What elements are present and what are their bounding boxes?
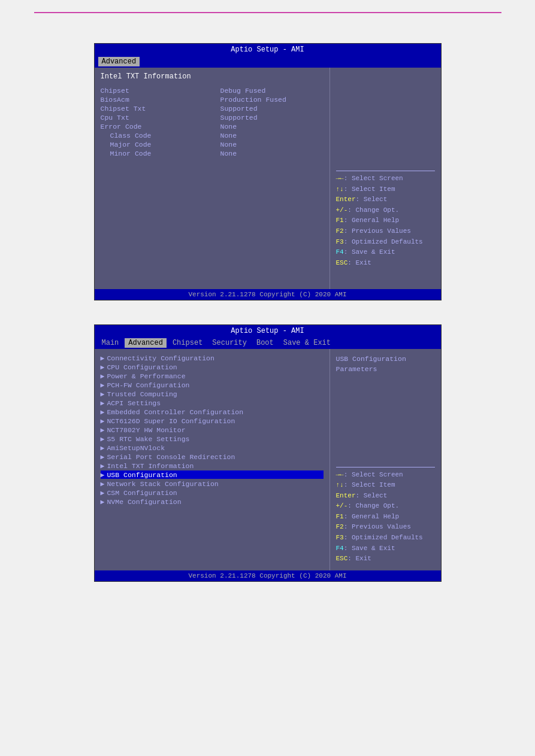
bios-row-biosacm: BiosAcm Production Fused xyxy=(101,96,324,104)
bios-row-class-code: Class Code None xyxy=(101,132,324,139)
label-nct6126d: NCT6126D Super IO Configuration xyxy=(107,417,235,425)
label-major-code: Major Code xyxy=(101,141,220,148)
top-decorative-line xyxy=(34,12,501,13)
label-nvme: NVMe Configuration xyxy=(107,498,181,506)
bios-nav-2: Main Advanced Chipset Security Boot Save… xyxy=(95,337,441,349)
key-f3: F3 xyxy=(336,238,344,245)
value-biosacm: Production Fused xyxy=(220,96,286,104)
arrow-nvme: ▶ xyxy=(101,497,105,506)
key2-plusminus: +/- xyxy=(336,502,348,509)
bios-tab-boot[interactable]: Boot xyxy=(253,338,277,348)
value-chipset: Debug Fused xyxy=(220,87,266,95)
help2-key-arrows: →←: Select Screen xyxy=(336,470,435,481)
bios-tab-security[interactable]: Security xyxy=(208,338,250,348)
label-chipset-txt: Chipset Txt xyxy=(101,105,220,113)
bios-left-panel-1: Intel TXT Information Chipset Debug Fuse… xyxy=(95,68,330,289)
key-updown: ↑↓ xyxy=(336,186,344,193)
arrow-trusted: ▶ xyxy=(101,390,105,398)
menu-item-aminvlock[interactable]: ▶ AmiSetupNVlock xyxy=(101,444,324,452)
bios-screen-2: Aptio Setup - AMI Main Advanced Chipset … xyxy=(94,324,442,582)
arrow-intel-txt: ▶ xyxy=(101,462,105,470)
key2-esc: ESC xyxy=(336,555,348,562)
help-divider-2 xyxy=(336,467,435,467)
bios-row-chipset-txt: Chipset Txt Supported xyxy=(101,105,324,113)
key-plusminus: +/- xyxy=(336,207,348,214)
bios-tab-advanced-1[interactable]: Advanced xyxy=(98,57,140,66)
help-key-updown: ↑↓: Select Item xyxy=(336,184,435,195)
label-embedded: Embedded Controller Configuration xyxy=(107,408,243,416)
arrow-network: ▶ xyxy=(101,479,105,488)
section-title-1: Intel TXT Information xyxy=(101,72,324,81)
key2-enter: Enter xyxy=(336,492,356,499)
menu-item-trusted[interactable]: ▶ Trusted Computing xyxy=(101,390,324,398)
menu-item-usb[interactable]: ▶ USB Configuration xyxy=(101,470,324,479)
menu-item-s5rtc[interactable]: ▶ S5 RTC Wake Settings xyxy=(101,435,324,443)
arrow-power: ▶ xyxy=(101,372,105,380)
key2-f4: F4 xyxy=(336,545,344,552)
arrow-connectivity: ▶ xyxy=(101,354,105,362)
arrow-serial: ▶ xyxy=(101,453,105,461)
bios-tab-advanced-2[interactable]: Advanced xyxy=(125,338,167,348)
help-divider-1 xyxy=(336,171,435,171)
label-serial: Serial Port Console Redirection xyxy=(107,453,235,461)
value-minor-code: None xyxy=(220,150,237,157)
bios-row-cpu-txt: Cpu Txt Supported xyxy=(101,114,324,122)
arrow-usb: ▶ xyxy=(101,470,105,479)
menu-item-nvme[interactable]: ▶ NVMe Configuration xyxy=(101,497,324,506)
menu-item-power[interactable]: ▶ Power & Performance xyxy=(101,372,324,380)
menu-item-serial[interactable]: ▶ Serial Port Console Redirection xyxy=(101,453,324,461)
menu-item-nct6126d[interactable]: ▶ NCT6126D Super IO Configuration xyxy=(101,417,324,425)
bios-row-major-code: Major Code None xyxy=(101,141,324,148)
value-cpu-txt: Supported xyxy=(220,114,258,122)
key-esc: ESC xyxy=(336,259,348,266)
menu-item-embedded[interactable]: ▶ Embedded Controller Configuration xyxy=(101,408,324,416)
arrow-s5rtc: ▶ xyxy=(101,435,105,443)
menu-item-csm[interactable]: ▶ CSM Configuration xyxy=(101,488,324,497)
value-class-code: None xyxy=(220,132,237,139)
label-error-code: Error Code xyxy=(101,123,220,130)
label-s5rtc: S5 RTC Wake Settings xyxy=(107,435,189,443)
value-chipset-txt: Supported xyxy=(220,105,258,113)
label-network: Network Stack Configuration xyxy=(107,480,218,488)
label-csm: CSM Configuration xyxy=(107,489,177,497)
menu-item-intel-txt[interactable]: ▶ Intel TXT Information xyxy=(101,462,324,470)
bios-right-panel-1: →←: Select Screen ↑↓: Select Item Enter:… xyxy=(330,68,441,289)
help-key-plusminus: +/-: Change Opt. xyxy=(336,205,435,216)
bios-tab-save-exit[interactable]: Save & Exit xyxy=(280,338,334,348)
key2-f2: F2 xyxy=(336,523,344,530)
help2-key-esc: ESC: Exit xyxy=(336,554,435,564)
bios-left-panel-2: ▶ Connectivity Configuration ▶ CPU Confi… xyxy=(95,349,330,570)
help2-key-f1: F1: General Help xyxy=(336,512,435,523)
arrow-nct7802y: ▶ xyxy=(101,426,105,434)
help-key-f4: F4: Save & Exit xyxy=(336,247,435,258)
label-pch: PCH-FW Configuration xyxy=(107,381,189,389)
menu-item-connectivity[interactable]: ▶ Connectivity Configuration xyxy=(101,354,324,362)
label-power: Power & Performance xyxy=(107,372,185,380)
help-key-arrows: →←: Select Screen xyxy=(336,174,435,184)
label-class-code: Class Code xyxy=(101,132,220,139)
help-key-f2: F2: Previous Values xyxy=(336,226,435,237)
key-f2: F2 xyxy=(336,227,344,235)
help-key-f1: F1: General Help xyxy=(336,215,435,226)
bios-tab-chipset[interactable]: Chipset xyxy=(169,338,206,348)
bios-body-1: Intel TXT Information Chipset Debug Fuse… xyxy=(95,68,441,289)
bios-nav-1: Advanced xyxy=(95,56,441,68)
help-keys-1: →←: Select Screen ↑↓: Select Item Enter:… xyxy=(336,174,435,268)
menu-item-cpu[interactable]: ▶ CPU Configuration xyxy=(101,363,324,371)
help-key-f3: F3: Optimized Defaults xyxy=(336,237,435,248)
bios-footer-2: Version 2.21.1278 Copyright (C) 2020 AMI xyxy=(95,570,441,581)
arrow-aminvlock: ▶ xyxy=(101,444,105,452)
key2-f1: F1 xyxy=(336,513,344,520)
menu-item-nct7802y[interactable]: ▶ NCT7802Y HW Monitor xyxy=(101,426,324,434)
menu-item-network[interactable]: ▶ Network Stack Configuration xyxy=(101,479,324,488)
menu-item-acpi[interactable]: ▶ ACPI Settings xyxy=(101,399,324,407)
bios-footer-1: Version 2.21.1278 Copyright (C) 2020 AMI xyxy=(95,289,441,300)
label-aminvlock: AmiSetupNVlock xyxy=(107,444,165,452)
label-chipset: Chipset xyxy=(101,87,220,95)
bios-tab-main[interactable]: Main xyxy=(98,338,123,348)
arrow-pch: ▶ xyxy=(101,381,105,389)
menu-item-pch[interactable]: ▶ PCH-FW Configuration xyxy=(101,381,324,389)
label-cpu-txt: Cpu Txt xyxy=(101,114,220,122)
help2-key-f4: F4: Save & Exit xyxy=(336,544,435,554)
key2-f3: F3 xyxy=(336,534,344,541)
